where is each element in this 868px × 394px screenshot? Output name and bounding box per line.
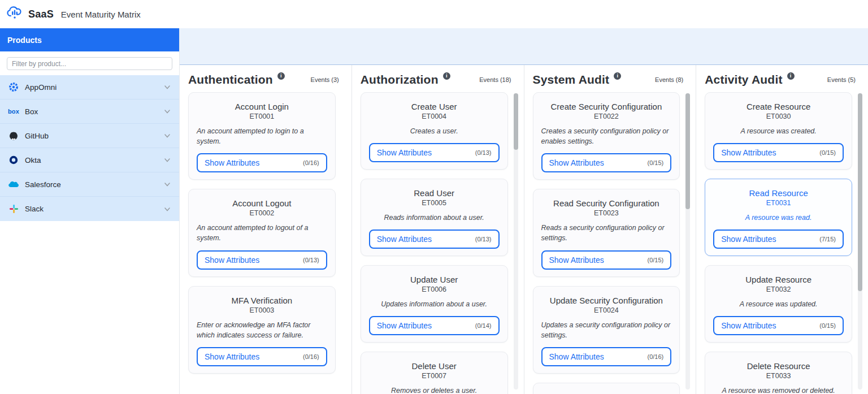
event-title: Update User — [369, 275, 500, 284]
event-title: Read User — [369, 188, 500, 198]
show-attributes-button[interactable]: Show Attributes (0/13) — [369, 230, 500, 249]
show-attributes-button[interactable]: Show Attributes (0/14) — [369, 316, 500, 335]
show-attributes-label: Show Attributes — [377, 235, 432, 244]
event-description: A resource was removed or deleted. — [722, 386, 835, 394]
sidebar-item-okta[interactable]: Okta — [0, 148, 179, 172]
scrollbar-track[interactable] — [685, 93, 690, 389]
attributes-count: (0/14) — [475, 322, 492, 329]
show-attributes-button[interactable]: Show Attributes (0/16) — [197, 153, 327, 172]
sidebar-item-slack[interactable]: Slack — [0, 197, 179, 221]
event-card: Update Security Configuration ET0024 Upd… — [533, 286, 680, 374]
appomni-icon — [8, 81, 19, 93]
event-description: A resource was updated. — [740, 299, 818, 309]
event-card: Delete User ET0007 Removes or deletes a … — [361, 352, 508, 394]
event-title: Read Resource — [713, 188, 844, 198]
scrollbar-thumb[interactable] — [685, 93, 690, 209]
show-attributes-button[interactable]: Show Attributes (0/15) — [541, 153, 672, 172]
show-attributes-label: Show Attributes — [721, 235, 776, 244]
brand-subtitle: Event Maturity Matrix — [61, 10, 141, 19]
event-id: ET0006 — [369, 285, 500, 293]
event-id: ET0030 — [713, 112, 844, 120]
event-card: MFA Verification ET0003 Enter or acknowl… — [188, 286, 336, 374]
chevron-down-icon[interactable] — [163, 180, 171, 188]
show-attributes-button[interactable]: Show Attributes (0/16) — [541, 347, 672, 366]
chevron-down-icon[interactable] — [163, 107, 171, 115]
event-id: ET0033 — [713, 372, 844, 380]
show-attributes-button[interactable]: Show Attributes (0/15) — [713, 316, 844, 335]
event-title: Create User — [369, 102, 500, 111]
event-card: Account Logout ET0002 An account attempt… — [188, 189, 336, 276]
attributes-count: (0/13) — [475, 149, 492, 156]
product-label: Okta — [25, 156, 163, 164]
scrollbar-thumb[interactable] — [858, 93, 862, 291]
event-title: Create Resource — [713, 102, 844, 111]
sidebar-item-salesforce[interactable]: Salesforce — [0, 172, 179, 197]
scrollbar-track[interactable] — [858, 93, 862, 389]
product-label: GitHub — [25, 132, 163, 140]
category-column-authorization: Authorization i Events (18) Create User … — [351, 65, 524, 394]
event-description: An account attempted to login to a syste… — [197, 126, 327, 146]
info-icon[interactable]: i — [787, 72, 795, 80]
show-attributes-button[interactable]: Show Attributes (0/13) — [197, 250, 327, 270]
event-card: Read User ET0005 Reads information about… — [361, 179, 508, 256]
chevron-down-icon[interactable] — [163, 83, 171, 91]
scrollbar-track[interactable] — [514, 93, 518, 389]
product-label: Box — [25, 107, 163, 116]
show-attributes-button[interactable]: Show Attributes (7/15) — [713, 230, 844, 249]
info-icon[interactable]: i — [443, 72, 450, 80]
show-attributes-label: Show Attributes — [549, 256, 604, 265]
show-attributes-label: Show Attributes — [205, 352, 259, 361]
product-label: Salesforce — [25, 180, 163, 189]
chevron-down-icon[interactable] — [163, 156, 171, 164]
product-filter-input[interactable] — [7, 57, 172, 70]
event-card-selected: Read Resource ET0031 A resource was read… — [705, 179, 852, 256]
show-attributes-button[interactable]: Show Attributes (0/15) — [713, 143, 844, 162]
event-card: Account Login ET0001 An account attempte… — [188, 92, 336, 180]
info-icon[interactable]: i — [277, 72, 285, 80]
event-description: A resource was created. — [740, 126, 816, 136]
column-title: System Audit — [533, 73, 610, 86]
sidebar-item-box[interactable]: box Box — [0, 99, 179, 124]
box-icon: box — [8, 106, 19, 117]
scrollbar-thumb[interactable] — [514, 93, 518, 150]
event-id: ET0002 — [197, 209, 327, 217]
app-logo: SaaS Event Maturity Matrix — [6, 4, 141, 24]
show-attributes-label: Show Attributes — [549, 158, 604, 167]
top-band — [180, 28, 868, 65]
chevron-down-icon[interactable] — [163, 132, 171, 140]
events-count: Events (3) — [311, 76, 339, 83]
info-icon[interactable]: i — [614, 72, 621, 80]
event-card: Delete Security Configuration ET0025 Rem… — [533, 383, 680, 394]
event-card: Delete Resource ET0033 A resource was re… — [705, 352, 852, 394]
event-title: Account Login — [197, 102, 327, 111]
event-id: ET0023 — [541, 209, 672, 217]
sidebar-item-appomni[interactable]: AppOmni — [0, 75, 179, 99]
event-title: Update Security Configuration — [541, 296, 672, 305]
github-icon — [8, 130, 19, 141]
show-attributes-label: Show Attributes — [721, 321, 776, 330]
attributes-count: (7/15) — [819, 236, 836, 243]
product-label: AppOmni — [25, 83, 163, 92]
show-attributes-button[interactable]: Show Attributes (0/13) — [369, 143, 500, 162]
event-id: ET0001 — [197, 112, 327, 120]
attributes-count: (0/16) — [303, 353, 319, 360]
event-id: ET0031 — [713, 199, 844, 207]
event-description: Updates information about a user. — [381, 299, 487, 309]
app-header: SaaS Event Maturity Matrix — [0, 0, 868, 28]
sidebar-item-github[interactable]: GitHub — [0, 124, 179, 148]
chevron-down-icon[interactable] — [163, 205, 171, 213]
event-card: Update User ET0006 Updates information a… — [361, 265, 508, 343]
event-card: Create Resource ET0030 A resource was cr… — [705, 92, 852, 170]
show-attributes-button[interactable]: Show Attributes (0/16) — [197, 347, 327, 366]
matrix-main: Authentication i Events (3) Account Logi… — [180, 28, 868, 394]
event-description: Updates a security configuration policy … — [541, 320, 672, 340]
column-title: Activity Audit — [705, 73, 782, 86]
event-title: MFA Verification — [197, 296, 327, 305]
event-card: Update Resource ET0032 A resource was up… — [705, 265, 852, 343]
attributes-count: (0/13) — [475, 236, 492, 243]
show-attributes-button[interactable]: Show Attributes (0/15) — [541, 250, 672, 270]
products-sidebar: Products AppOmni box Box — [0, 28, 180, 394]
event-id: ET0004 — [369, 112, 500, 120]
product-label: Slack — [25, 205, 163, 213]
event-title: Delete Resource — [713, 361, 844, 371]
